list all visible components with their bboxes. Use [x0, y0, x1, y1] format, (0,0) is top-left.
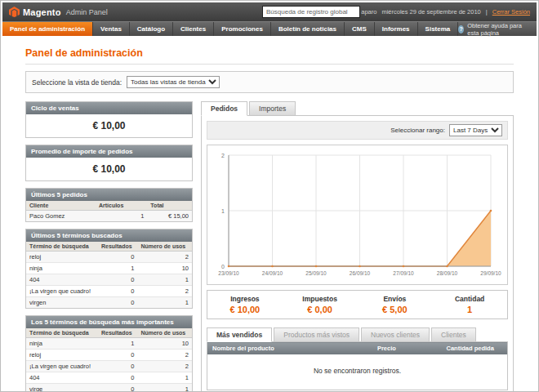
- lifetime-sales-title: Ciclo de ventas: [26, 102, 192, 114]
- range-selector-bar: Seleccionar rango: Last 7 Days: [207, 121, 508, 140]
- nav-item-reports[interactable]: Informes: [375, 22, 418, 36]
- svg-text:29/09/10: 29/09/10: [480, 270, 501, 276]
- total-quantity: Cantidad 1: [432, 295, 507, 314]
- lifetime-sales-value: € 10,00: [26, 114, 192, 137]
- nav-item-newsletter[interactable]: Boletín de noticias: [271, 22, 345, 36]
- last-search-table: Término de búsqueda Resultados Número de…: [26, 242, 192, 308]
- last-orders-table: Cliente Artículos Total Paco Gomez 1 € 1…: [26, 201, 192, 221]
- table-row[interactable]: ninja 1 10: [26, 263, 192, 274]
- app-header: Magento Admin Panel Accedió como aparo m…: [2, 2, 537, 21]
- table-row[interactable]: reloj 0 2: [26, 252, 192, 263]
- table-row[interactable]: ninja 1 10: [26, 338, 192, 350]
- logo-subtitle: Admin Panel: [66, 8, 108, 16]
- tab-new-customers[interactable]: Nuevos clientes: [361, 327, 430, 342]
- nav-item-customers[interactable]: Clientes: [173, 22, 214, 36]
- tab-customers[interactable]: Clientes: [431, 327, 476, 342]
- empty-table-message: No se encontraron registros.: [207, 354, 508, 390]
- nav-item-cms[interactable]: CMS: [345, 22, 375, 36]
- magento-admin-window: Magento Admin Panel Accedió como aparo m…: [0, 0, 539, 392]
- last-orders-box: Últimos 5 pedidos Cliente Artículos Tota…: [25, 188, 193, 222]
- tab-amounts[interactable]: Importes: [249, 101, 296, 116]
- magento-logo-icon: [9, 7, 20, 17]
- main-nav: Panel de administración Ventas Catálogo …: [2, 21, 537, 36]
- table-row[interactable]: Paco Gomez 1 € 15,00: [26, 211, 192, 222]
- svg-text:24/09/10: 24/09/10: [262, 270, 283, 276]
- help-label: Obtener ayuda para esta página: [467, 22, 528, 37]
- svg-text:27/09/10: 27/09/10: [393, 270, 414, 276]
- global-search-input[interactable]: [262, 6, 360, 18]
- total-shipping: Envíos € 5,00: [358, 295, 433, 314]
- dashboard-main-column: Pedidos Importes Seleccionar rango: Last…: [201, 101, 514, 392]
- nav-item-system[interactable]: Sistema: [418, 22, 459, 36]
- store-view-bar: Seleccione la vista de tienda: Todas las…: [25, 71, 514, 93]
- dashboard-left-column: Ciclo de ventas € 10,00 Promedio de impo…: [25, 101, 193, 392]
- table-row[interactable]: ¡La virgen que cuadro! 0 2: [26, 361, 192, 372]
- table-row[interactable]: virge 0 1: [26, 384, 192, 392]
- page-help-link[interactable]: ? Obtener ayuda para esta página: [458, 22, 537, 36]
- orders-chart-svg: 01223/09/1024/09/1025/09/1026/09/1027/09…: [207, 145, 504, 284]
- grids-tabs: Más vendidos Productos más vistos Nuevos…: [207, 327, 508, 342]
- last-orders-title: Últimos 5 pedidos: [26, 189, 192, 201]
- store-view-label: Seleccione la vista de tienda:: [32, 78, 122, 87]
- logo-text: Magento: [23, 7, 61, 17]
- last-search-box: Últimos 5 términos buscados Término de b…: [25, 229, 193, 309]
- total-tax: Impuestos € 0,00: [283, 295, 358, 314]
- average-orders-box: Promedio de importe de pedidos € 10,00: [25, 145, 193, 181]
- range-select[interactable]: Last 7 Days: [449, 124, 502, 136]
- svg-text:26/09/10: 26/09/10: [350, 270, 371, 276]
- top-search-table: Término de búsqueda Resultados Número de…: [26, 328, 192, 392]
- last-search-title: Últimos 5 términos buscados: [26, 229, 192, 242]
- nav-item-catalog[interactable]: Catálogo: [130, 22, 173, 36]
- svg-text:23/09/10: 23/09/10: [218, 270, 239, 276]
- nav-item-promotions[interactable]: Promociones: [214, 22, 271, 36]
- totals-bar: Ingresos € 10,00 Impuestos € 0,00 Envíos…: [207, 290, 508, 319]
- svg-text:25/09/10: 25/09/10: [305, 270, 327, 276]
- header-date: miércoles 29 de septiembre de 2010: [381, 8, 480, 16]
- help-icon: ?: [458, 25, 464, 33]
- page-title: Panel de administración: [25, 42, 514, 64]
- orders-chart: 01223/09/1024/09/1025/09/1026/09/1027/09…: [207, 145, 508, 285]
- table-row[interactable]: 404 0 1: [26, 372, 192, 384]
- top-search-title: Los 5 términos de búsqueda más important…: [26, 316, 192, 328]
- nav-item-sales[interactable]: Ventas: [93, 22, 130, 36]
- average-orders-value: € 10,00: [26, 158, 192, 180]
- title-divider: [25, 64, 514, 65]
- svg-text:2: 2: [221, 153, 225, 158]
- table-row[interactable]: 404 0 1: [26, 274, 192, 286]
- store-view-select[interactable]: Todas las vistas de tienda: [127, 76, 220, 88]
- tab-most-viewed[interactable]: Productos más vistos: [274, 327, 359, 342]
- top-search-box: Los 5 términos de búsqueda más important…: [25, 315, 193, 392]
- svg-text:0: 0: [221, 264, 225, 270]
- lifetime-sales-box: Ciclo de ventas € 10,00: [25, 101, 193, 138]
- table-row[interactable]: reloj 0 2: [26, 350, 192, 361]
- magento-logo: Magento Admin Panel: [9, 7, 108, 17]
- orders-panel: Seleccionar rango: Last 7 Days 01223/09/…: [201, 115, 514, 392]
- bestsellers-table: Nombre del producto Precio Cantidad pedi…: [207, 341, 508, 390]
- logout-link[interactable]: Cerrar Sesión: [492, 8, 530, 16]
- svg-text:28/09/10: 28/09/10: [437, 270, 458, 276]
- chart-tabs: Pedidos Importes: [201, 101, 514, 116]
- table-row[interactable]: virgen 0 1: [26, 297, 192, 309]
- tab-bestsellers[interactable]: Más vendidos: [207, 327, 272, 342]
- table-row[interactable]: ¡La virgen que cuadro! 0 2: [26, 286, 192, 297]
- nav-item-dashboard[interactable]: Panel de administración: [2, 22, 93, 36]
- range-label: Seleccionar rango:: [390, 127, 445, 134]
- svg-text:1: 1: [221, 208, 225, 214]
- header-separator: |: [486, 8, 488, 16]
- average-orders-title: Promedio de importe de pedidos: [26, 145, 192, 158]
- tab-orders[interactable]: Pedidos: [201, 101, 247, 116]
- total-revenue: Ingresos € 10,00: [207, 295, 283, 314]
